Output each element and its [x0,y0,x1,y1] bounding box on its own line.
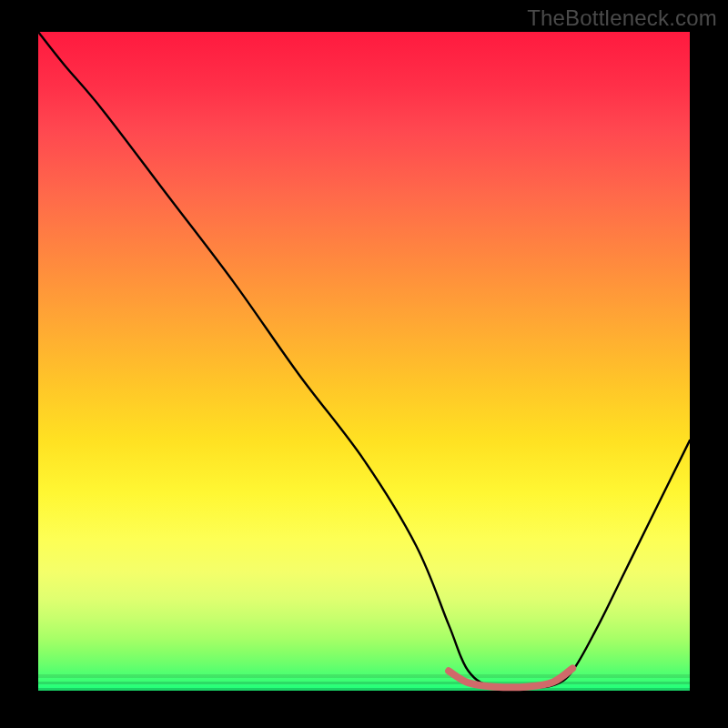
bottleneck-curve-line [38,32,690,689]
chart-plot-area [38,32,690,691]
chart-svg [38,32,690,691]
watermark-text: TheBottleneck.com [527,5,717,31]
